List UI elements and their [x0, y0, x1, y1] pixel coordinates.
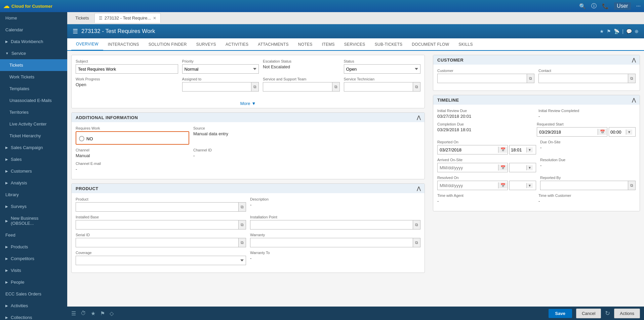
search-icon[interactable]: 🔍: [579, 3, 586, 9]
add-icon[interactable]: ⊕: [635, 29, 639, 34]
tab-close-button[interactable]: ✕: [153, 16, 156, 21]
sidebar-item-new-business[interactable]: ▶ New Business (OBSOLE...: [0, 212, 67, 229]
resolved-on-time-dropdown[interactable]: ▼: [526, 183, 533, 188]
nav-tab-sub-tickets[interactable]: SUB-TICKETS: [370, 39, 407, 50]
nav-tab-items[interactable]: ITEMS: [317, 39, 339, 50]
service-team-copy-btn[interactable]: ⧉: [332, 82, 339, 91]
sidebar-item-tickets[interactable]: Tickets: [0, 59, 67, 71]
user-profile[interactable]: User: [614, 2, 631, 10]
sidebar-item-live-activity-center[interactable]: Live Activity Center: [0, 118, 67, 130]
collapse-product-btn[interactable]: ⋀: [417, 186, 421, 191]
sidebar-item-work-tickets[interactable]: Work Tickets: [0, 71, 67, 83]
warranty-copy-btn[interactable]: ⧉: [413, 238, 420, 247]
reported-on-date-input[interactable]: [438, 146, 498, 154]
actions-button[interactable]: Actions: [614, 309, 640, 318]
arrived-on-site-time-dropdown[interactable]: ▼: [526, 165, 533, 170]
requested-start-date-input[interactable]: [537, 128, 598, 136]
nav-tab-activities[interactable]: ACTIVITIES: [221, 39, 253, 50]
serial-id-copy-btn[interactable]: ⧉: [238, 238, 246, 247]
cancel-button[interactable]: Cancel: [576, 309, 601, 318]
sidebar-item-collections[interactable]: ▶ Collections: [0, 312, 67, 320]
product-copy-btn[interactable]: ⧉: [238, 203, 246, 211]
nav-tab-interactions[interactable]: INTERACTIONS: [103, 39, 144, 50]
status-select[interactable]: Open Closed In Progress: [344, 64, 420, 74]
collapse-additional-info-btn[interactable]: ⋀: [417, 115, 421, 120]
info-icon[interactable]: ⓘ: [591, 3, 597, 10]
sidebar-item-analysis[interactable]: ▶ Analysis: [0, 177, 67, 189]
sidebar-item-data-workbench[interactable]: ▶ Data Workbench: [0, 36, 67, 47]
sidebar-item-ecc-sales-orders[interactable]: ECC Sales Orders: [0, 288, 67, 300]
sidebar-item-service[interactable]: ▼ Service: [0, 47, 67, 59]
phone-icon[interactable]: 📞: [602, 3, 609, 9]
tab-tickets-home[interactable]: Tickets: [70, 13, 94, 23]
warranty-input[interactable]: [250, 238, 413, 247]
sidebar-item-library[interactable]: Library: [0, 189, 67, 201]
sidebar-item-sales[interactable]: ▶ Sales: [0, 153, 67, 165]
nav-tab-document-flow[interactable]: DOCUMENT FLOW: [407, 39, 454, 50]
reported-on-time-input[interactable]: [510, 147, 526, 153]
more-link[interactable]: More ▼: [72, 99, 425, 108]
sidebar-item-sales-campaign[interactable]: ▶ Sales Campaign: [0, 142, 67, 153]
assigned-to-input[interactable]: [183, 82, 251, 91]
sidebar-item-unassociated-emails[interactable]: Unassociated E-Mails: [0, 95, 67, 106]
collapse-customer-btn[interactable]: ⋀: [632, 57, 636, 63]
reported-on-cal-btn[interactable]: 📅: [498, 147, 508, 153]
subject-input[interactable]: [76, 64, 178, 74]
nav-tab-overview[interactable]: OVERVIEW: [71, 38, 103, 51]
nav-tab-surveys[interactable]: SURVEYS: [192, 39, 221, 50]
nav-tab-skills[interactable]: SKILLS: [454, 39, 478, 50]
installation-point-input[interactable]: [250, 220, 413, 229]
service-tech-copy-btn[interactable]: ⧉: [413, 82, 420, 91]
sidebar-item-ticket-hierarchy[interactable]: Ticket Hierarchy: [0, 130, 67, 142]
sidebar-item-activities[interactable]: ▶ Activities: [0, 300, 67, 312]
reported-by-copy-btn[interactable]: ⧉: [628, 181, 635, 190]
resolved-on-cal-btn[interactable]: 📅: [498, 182, 508, 188]
contact-input[interactable]: [539, 74, 628, 83]
feed-icon[interactable]: 📡: [614, 29, 619, 34]
sidebar-item-feed[interactable]: Feed: [0, 229, 67, 241]
nav-tab-solution-finder[interactable]: SOLUTION FINDER: [144, 39, 192, 50]
requested-start-cal-btn[interactable]: 📅: [598, 129, 607, 135]
service-team-input[interactable]: [263, 82, 332, 91]
refresh-button[interactable]: ↻: [605, 310, 610, 317]
sidebar-item-templates[interactable]: Templates: [0, 83, 67, 95]
nav-tab-notes[interactable]: NOTES: [293, 39, 317, 50]
arrived-on-site-cal-btn[interactable]: 📅: [498, 165, 508, 171]
assigned-to-copy-btn[interactable]: ⧉: [251, 82, 258, 91]
contact-copy-btn[interactable]: ⧉: [628, 74, 635, 83]
sidebar-item-competitors[interactable]: ▶ Competitors: [0, 253, 67, 264]
star-icon[interactable]: ★: [600, 29, 604, 34]
save-button[interactable]: Save: [549, 309, 572, 318]
tab-active-record[interactable]: ☰ 273132 - Test Require... ✕: [94, 13, 161, 23]
requires-work-radio[interactable]: [79, 136, 84, 141]
reported-by-input[interactable]: [540, 181, 628, 190]
nav-tab-attachments[interactable]: ATTACHMENTS: [253, 39, 293, 50]
priority-select[interactable]: Normal High Low: [182, 64, 259, 74]
sidebar-item-surveys[interactable]: ▶ Surveys: [0, 201, 67, 212]
sidebar-item-home[interactable]: Home: [0, 12, 67, 24]
nav-tab-services[interactable]: SERVICES: [339, 39, 370, 50]
sidebar-item-territories[interactable]: Territories: [0, 106, 67, 118]
requested-start-time-input[interactable]: [609, 129, 626, 135]
flag-bottom-icon[interactable]: ⚑: [100, 310, 105, 317]
reported-on-time-dropdown[interactable]: ▼: [526, 147, 533, 152]
coverage-select[interactable]: [76, 256, 246, 265]
service-tech-input[interactable]: [344, 82, 413, 91]
installed-base-copy-btn[interactable]: ⧉: [238, 220, 246, 229]
sidebar-item-customers[interactable]: ▶ Customers: [0, 165, 67, 177]
sidebar-item-people[interactable]: ▶ People: [0, 276, 67, 288]
tag-icon[interactable]: ◇: [110, 310, 114, 317]
chat-icon[interactable]: 💬: [626, 29, 632, 34]
star-bottom-icon[interactable]: ★: [91, 310, 95, 317]
sidebar-item-visits[interactable]: ▶ Visits: [0, 264, 67, 276]
clock-icon[interactable]: ⏱: [81, 310, 86, 316]
resolved-on-date-input[interactable]: [438, 182, 498, 189]
arrived-on-site-time-input[interactable]: [510, 165, 526, 171]
sidebar-item-calendar[interactable]: Calendar: [0, 24, 67, 36]
installation-point-copy-btn[interactable]: ⧉: [413, 220, 420, 229]
product-input[interactable]: [76, 203, 238, 211]
sidebar-item-products[interactable]: ▶ Products: [0, 241, 67, 253]
requested-start-time-dropdown[interactable]: ▼: [626, 130, 632, 135]
collapse-timeline-btn[interactable]: ⋀: [632, 97, 636, 103]
more-icon[interactable]: ···: [636, 3, 641, 9]
